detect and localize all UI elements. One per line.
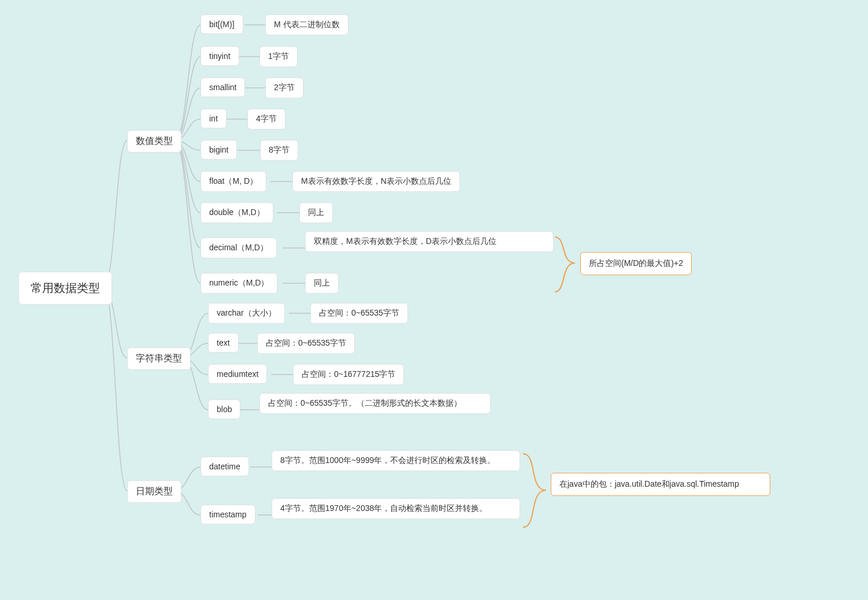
string-varchar-desc[interactable]: 占空间：0~65535字节 <box>310 303 408 324</box>
category-string[interactable]: 字符串类型 <box>127 347 191 370</box>
numeric-tinyint-name[interactable]: tinyint <box>201 46 239 66</box>
date-timestamp-desc[interactable]: 4字节。范围1970年~2038年，自动检索当前时区并转换。 <box>272 498 520 519</box>
numeric-float-desc[interactable]: M表示有效数字长度，N表示小数点后几位 <box>292 171 460 192</box>
numeric-float-name[interactable]: float（M, D） <box>201 171 266 192</box>
category-numeric[interactable]: 数值类型 <box>127 130 181 153</box>
numeric-bigint-name[interactable]: bigint <box>201 140 237 160</box>
numeric-numeric-desc[interactable]: 同上 <box>305 273 339 294</box>
numeric-bit-name[interactable]: bit[(M)] <box>201 14 243 34</box>
string-mediumtext-name[interactable]: mediumtext <box>208 364 267 384</box>
numeric-double-desc[interactable]: 同上 <box>299 202 333 223</box>
root-node[interactable]: 常用数据类型 <box>18 272 112 305</box>
string-mediumtext-desc[interactable]: 占空间：0~16777215字节 <box>293 364 404 385</box>
numeric-bigint-desc[interactable]: 8字节 <box>260 140 298 161</box>
date-timestamp-name[interactable]: timestamp <box>201 505 255 524</box>
annotation-java-packages[interactable]: 在java中的包：java.util.Date和java.sql.Timesta… <box>551 473 770 496</box>
string-blob-name[interactable]: blob <box>208 399 240 419</box>
category-date[interactable]: 日期类型 <box>127 480 181 503</box>
numeric-smallint-name[interactable]: smallint <box>201 77 245 97</box>
string-text-desc[interactable]: 占空间：0~65535字节 <box>257 333 355 354</box>
string-varchar-name[interactable]: varchar（大小） <box>208 303 285 324</box>
numeric-numeric-name[interactable]: numeric（M,D） <box>201 273 277 294</box>
string-text-name[interactable]: text <box>208 333 239 353</box>
numeric-decimal-desc[interactable]: 双精度，M表示有效数字长度，D表示小数点后几位 <box>305 231 554 252</box>
numeric-bit-desc[interactable]: M 代表二进制位数 <box>265 14 348 35</box>
numeric-tinyint-desc[interactable]: 1字节 <box>259 46 298 67</box>
numeric-decimal-name[interactable]: decimal（M,D） <box>201 238 277 258</box>
numeric-int-name[interactable]: int <box>201 109 227 128</box>
string-blob-desc[interactable]: 占空间：0~65535字节。（二进制形式的长文本数据） <box>259 393 491 414</box>
date-datetime-name[interactable]: datetime <box>201 457 249 476</box>
date-datetime-desc[interactable]: 8字节。范围1000年~9999年，不会进行时区的检索及转换。 <box>272 450 520 471</box>
numeric-smallint-desc[interactable]: 2字节 <box>265 77 303 98</box>
numeric-double-name[interactable]: double（M,D） <box>201 202 273 223</box>
annotation-decimal-space[interactable]: 所占空间(M/D的最大值)+2 <box>580 252 692 275</box>
numeric-int-desc[interactable]: 4字节 <box>247 109 285 129</box>
